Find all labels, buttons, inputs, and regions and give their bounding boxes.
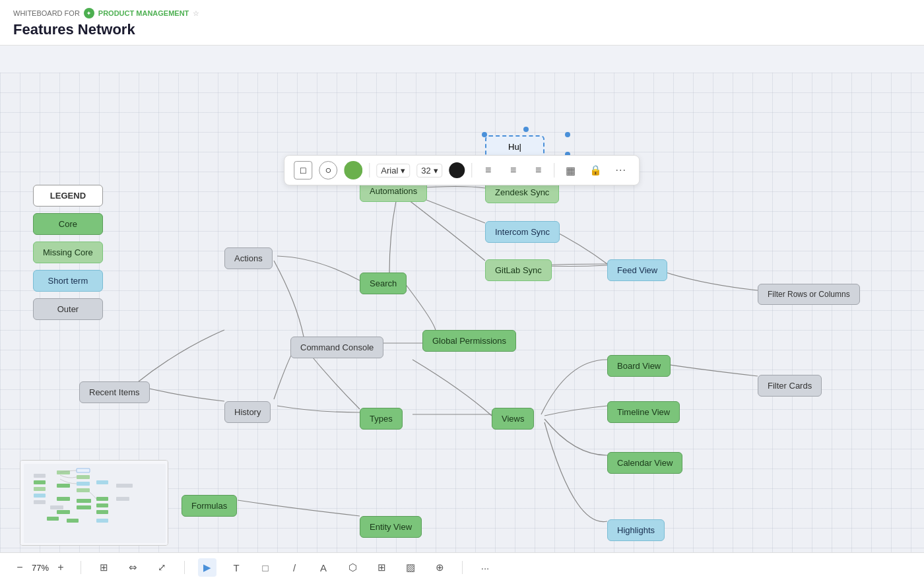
table-btn[interactable]: ▦ (562, 161, 580, 179)
legend-missing-core[interactable]: Missing Core (33, 242, 103, 263)
svg-rect-19 (96, 510, 108, 514)
svg-rect-1 (34, 474, 46, 478)
zoom-in-btn[interactable]: + (54, 561, 67, 574)
legend-short-term[interactable]: Short term (33, 270, 103, 292)
legend-outer[interactable]: Outer (33, 298, 103, 320)
bottom-toolbar: − 77% + ⊞ ⇔ ⤢ ▶ T □ / A ⬡ ⊞ ▨ ⊕ ··· (0, 552, 924, 582)
svg-rect-13 (57, 510, 70, 514)
crop-btn[interactable]: ⊕ (430, 558, 449, 577)
mini-map-svg (20, 461, 168, 546)
size-chevron: ▾ (434, 166, 438, 176)
tool-sep-1 (81, 561, 81, 574)
mini-map (20, 460, 168, 546)
lock-btn[interactable]: 🔒 (587, 161, 605, 179)
node-entity-view[interactable]: Entity View (360, 516, 422, 538)
node-views[interactable]: Views (492, 408, 534, 430)
svg-rect-21 (116, 497, 129, 501)
font-size-selector[interactable]: 32 ▾ (416, 164, 442, 178)
node-formulas[interactable]: Formulas (182, 495, 237, 517)
font-chevron: ▾ (401, 166, 405, 176)
svg-rect-12 (57, 497, 70, 501)
fit-screen-btn[interactable]: ⤢ (152, 558, 171, 577)
node-highlights[interactable]: Highlights (607, 519, 665, 541)
svg-rect-9 (77, 482, 90, 486)
node-types[interactable]: Types (360, 408, 403, 430)
node-filter-cards[interactable]: Filter Cards (758, 375, 822, 397)
node-filter-rows[interactable]: Filter Rows or Columns (758, 284, 860, 305)
svg-rect-23 (96, 519, 108, 523)
handle-tr[interactable] (565, 132, 570, 137)
node-gitlab-sync[interactable]: GitLab Sync (485, 259, 552, 281)
node-actions[interactable]: Actions (224, 247, 273, 269)
toolbar-divider-2 (472, 163, 473, 178)
shape-tool-btn[interactable]: ⬡ (343, 558, 362, 577)
node-calendar-view[interactable]: Calendar View (607, 452, 682, 474)
align-center-btn[interactable]: ≡ (504, 161, 523, 179)
more-tools-btn[interactable]: ··· (476, 558, 494, 577)
svg-rect-22 (50, 505, 63, 509)
handle-tm[interactable] (523, 127, 529, 132)
svg-rect-4 (34, 494, 46, 498)
color-fill-btn[interactable] (344, 161, 362, 179)
align-right-btn[interactable]: ≡ (529, 161, 548, 179)
select-tool-btn[interactable]: ▶ (198, 558, 216, 577)
embed-btn[interactable]: ▨ (401, 558, 420, 577)
svg-rect-14 (77, 499, 91, 503)
zoom-level: 77% (32, 563, 49, 573)
page-title: Features Network (13, 21, 911, 38)
zoom-out-btn[interactable]: − (13, 561, 26, 574)
svg-rect-10 (77, 488, 90, 492)
node-intercom-sync[interactable]: Intercom Sync (485, 221, 560, 243)
rect-tool-btn[interactable]: □ (294, 161, 312, 179)
handle-tl[interactable] (482, 132, 487, 137)
node-command-console[interactable]: Command Console (290, 337, 383, 358)
svg-rect-24 (47, 517, 59, 521)
node-history[interactable]: History (224, 401, 271, 423)
svg-rect-16 (96, 480, 108, 484)
tool-sep-2 (184, 561, 185, 574)
canvas: □ ○ Arial ▾ 32 ▾ ≡ ≡ ≡ ▦ 🔒 ··· (0, 73, 924, 582)
node-feed-view[interactable]: Feed View (607, 259, 667, 281)
fit-width-btn[interactable]: ⇔ (123, 558, 142, 577)
header-top: WHITEBOARD FOR ✦ PRODUCT MANAGEMENT ☆ (13, 8, 911, 18)
product-label: PRODUCT MANAGEMENT (98, 9, 189, 17)
node-board-view[interactable]: Board View (607, 355, 671, 377)
more-options-btn[interactable]: ··· (612, 161, 630, 179)
formatting-toolbar: □ ○ Arial ▾ 32 ▾ ≡ ≡ ≡ ▦ 🔒 ··· (284, 155, 640, 185)
size-label: 32 (421, 166, 430, 176)
node-search[interactable]: Search (360, 273, 407, 294)
svg-rect-11 (57, 484, 70, 488)
svg-rect-7 (77, 469, 90, 472)
svg-rect-5 (34, 500, 46, 504)
zoom-controls: − 77% + (13, 561, 67, 574)
text-field-btn[interactable]: A (314, 558, 333, 577)
rect-tool-btn-bottom[interactable]: □ (256, 558, 275, 577)
whiteboard-label: WHITEBOARD FOR (13, 9, 80, 17)
legend-title: LEGEND (33, 185, 103, 207)
legend-box: LEGEND Core Missing Core Short term Oute… (33, 185, 103, 320)
grid-view-btn[interactable]: ⊞ (94, 558, 113, 577)
svg-rect-8 (77, 475, 90, 479)
line-tool-btn[interactable]: / (285, 558, 304, 577)
toolbar-divider-3 (554, 163, 555, 178)
text-tool-btn[interactable]: T (227, 558, 246, 577)
svg-rect-3 (34, 487, 46, 491)
circle-tool-btn[interactable]: ○ (319, 161, 337, 179)
node-timeline-view[interactable]: Timeline View (607, 401, 680, 423)
font-selector[interactable]: Arial ▾ (376, 164, 410, 178)
svg-rect-17 (96, 497, 108, 501)
align-left-btn[interactable]: ≡ (479, 161, 498, 179)
svg-rect-25 (67, 519, 79, 523)
node-global-permissions[interactable]: Global Permissions (422, 330, 516, 352)
svg-rect-20 (116, 484, 133, 488)
star-icon[interactable]: ☆ (193, 9, 199, 18)
tool-sep-3 (462, 561, 463, 574)
color-picker[interactable] (449, 162, 465, 178)
font-label: Arial (381, 166, 398, 176)
svg-rect-18 (96, 503, 108, 507)
node-recent-items[interactable]: Recent Items (79, 381, 150, 403)
legend-core[interactable]: Core (33, 213, 103, 235)
svg-rect-2 (34, 480, 46, 484)
mini-map-content (20, 461, 168, 545)
image-btn[interactable]: ⊞ (372, 558, 391, 577)
